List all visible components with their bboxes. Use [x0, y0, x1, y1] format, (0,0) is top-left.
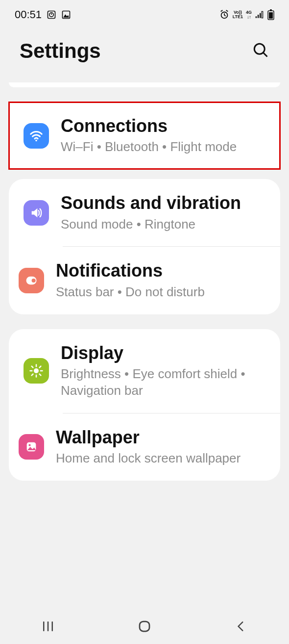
- settings-item-display[interactable]: Display Brightness • Eye comfort shield …: [9, 329, 280, 413]
- settings-group-display-wallpaper: Display Brightness • Eye comfort shield …: [9, 329, 280, 481]
- svg-line-29: [32, 374, 33, 376]
- network-indicator: 4G ↓↑: [246, 10, 252, 20]
- svg-line-18: [263, 52, 267, 56]
- svg-line-30: [40, 366, 41, 368]
- settings-header: Settings: [0, 29, 289, 82]
- settings-item-notifications[interactable]: Notifications Status bar • Do not distur…: [63, 246, 280, 314]
- nav-home-button[interactable]: [125, 619, 164, 634]
- settings-item-wallpaper[interactable]: Wallpaper Home and lock screen wallpaper: [63, 413, 280, 481]
- page-title: Settings: [20, 39, 101, 63]
- svg-line-27: [32, 366, 33, 368]
- settings-item-connections[interactable]: Connections Wi–Fi • Bluetooth • Flight m…: [9, 102, 280, 169]
- signal-icon: [255, 10, 265, 20]
- item-subtitle: Wi–Fi • Bluetooth • Flight mode: [61, 139, 237, 155]
- svg-rect-13: [262, 11, 263, 18]
- item-title: Wallpaper: [56, 427, 241, 447]
- svg-line-7: [224, 15, 226, 16]
- svg-rect-36: [140, 621, 149, 631]
- speaker-icon: [24, 200, 49, 226]
- svg-rect-16: [270, 9, 272, 11]
- svg-marker-4: [63, 14, 69, 18]
- battery-icon: [267, 9, 274, 20]
- item-title: Connections: [61, 116, 237, 136]
- svg-rect-12: [260, 13, 261, 18]
- item-subtitle: Home and lock screen wallpaper: [56, 450, 241, 467]
- brightness-icon: [24, 358, 49, 384]
- settings-group-sounds-notifications: Sounds and vibration Sound mode • Ringto…: [9, 179, 280, 314]
- wallpaper-icon: [19, 434, 44, 460]
- item-subtitle: Status bar • Do not disturb: [56, 284, 205, 301]
- status-clock: 00:51: [15, 8, 42, 21]
- item-title: Sounds and vibration: [61, 193, 241, 213]
- svg-point-17: [254, 44, 265, 54]
- clock-app-icon: [47, 10, 56, 20]
- status-bar: 00:51 Vo)) LTE1 4G ↓↑: [0, 0, 289, 29]
- svg-line-9: [226, 10, 228, 12]
- svg-rect-15: [269, 12, 273, 19]
- volte-indicator: Vo)) LTE1: [233, 10, 243, 19]
- svg-point-21: [32, 279, 36, 283]
- settings-group-connections: Connections Wi–Fi • Bluetooth • Flight m…: [9, 102, 280, 169]
- svg-point-22: [34, 368, 39, 373]
- wifi-icon: [24, 123, 49, 149]
- nav-recents-button[interactable]: [28, 619, 68, 634]
- item-subtitle: Sound mode • Ringtone: [61, 216, 241, 233]
- nav-back-button[interactable]: [221, 620, 261, 633]
- gallery-icon: [61, 10, 71, 20]
- card-edge: [9, 82, 280, 87]
- svg-line-28: [40, 374, 41, 376]
- search-button[interactable]: [252, 41, 269, 61]
- svg-line-8: [220, 10, 222, 12]
- svg-point-32: [28, 444, 30, 446]
- navigation-bar: [0, 609, 289, 644]
- notification-icon: [19, 268, 44, 293]
- alarm-icon: [219, 9, 230, 20]
- svg-rect-10: [256, 16, 257, 18]
- settings-item-sounds[interactable]: Sounds and vibration Sound mode • Ringto…: [9, 179, 280, 246]
- item-title: Notifications: [56, 260, 205, 281]
- item-title: Display: [61, 343, 268, 363]
- svg-point-19: [35, 139, 37, 141]
- svg-rect-11: [258, 15, 259, 18]
- item-subtitle: Brightness • Eye comfort shield • Naviga…: [61, 366, 268, 399]
